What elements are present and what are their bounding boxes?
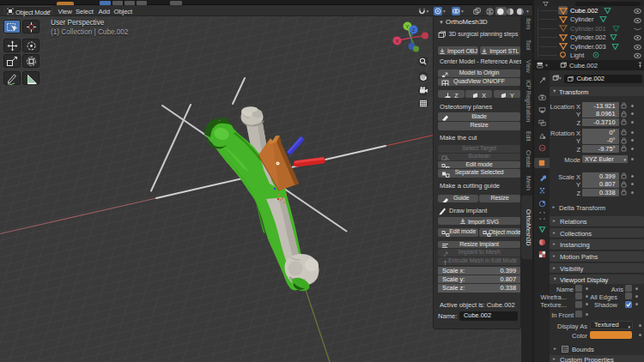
svg-text:Y: Y	[405, 24, 409, 29]
svg-text:X: X	[395, 39, 398, 44]
svg-text:Z: Z	[412, 27, 416, 33]
